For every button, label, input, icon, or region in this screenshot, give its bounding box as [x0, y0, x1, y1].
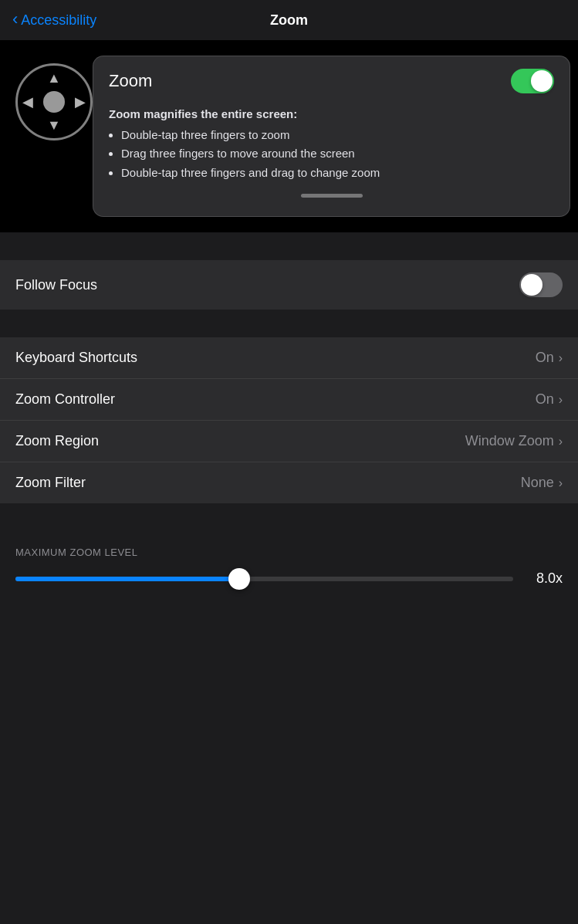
back-label: Accessibility — [21, 12, 96, 29]
keyboard-shortcuts-value: On — [536, 350, 554, 366]
zoom-level-section: MAXIMUM ZOOM LEVEL 8.0x — [0, 531, 578, 602]
zoom-filter-value: None — [521, 475, 554, 491]
zoom-controller-icon: ▲ ▼ ◀ ▶ — [0, 48, 93, 148]
arrow-left-icon: ◀ — [22, 93, 33, 110]
zoom-controller-label: Zoom Controller — [15, 391, 115, 408]
follow-focus-knob — [521, 274, 543, 296]
zoom-filter-label: Zoom Filter — [15, 475, 86, 491]
zoom-description: Zoom magnifies the entire screen: Double… — [109, 106, 554, 181]
zoom-description-intro: Zoom magnifies the entire screen: — [109, 107, 297, 120]
keyboard-shortcuts-row[interactable]: Keyboard Shortcuts On › — [0, 337, 578, 379]
zoom-controller-chevron: › — [559, 393, 563, 407]
section-gap-2 — [0, 310, 578, 337]
zoom-slider-value: 8.0x — [524, 570, 563, 587]
follow-focus-row: Follow Focus — [15, 272, 563, 297]
controller-inner-dot — [43, 91, 65, 113]
handle-bar — [301, 194, 363, 198]
zoom-slider[interactable] — [15, 577, 513, 581]
zoom-region-value-group: Window Zoom › — [465, 433, 563, 449]
follow-focus-label: Follow Focus — [15, 277, 97, 293]
zoom-toggle-row: Zoom — [109, 69, 554, 93]
page-title: Zoom — [270, 12, 308, 29]
zoom-popup-card: Zoom Zoom magnifies the entire screen: D… — [93, 56, 570, 217]
back-chevron-icon: ‹ — [12, 11, 18, 28]
zoom-popup-overlay: ▲ ▼ ◀ ▶ Zoom Zoom magnifies the entire s… — [0, 40, 578, 232]
zoom-region-row[interactable]: Zoom Region Window Zoom › — [0, 421, 578, 462]
zoom-region-label: Zoom Region — [15, 433, 99, 449]
controller-circle: ▲ ▼ ◀ ▶ — [15, 63, 93, 140]
section-gap-1 — [0, 232, 578, 260]
zoom-controller-row[interactable]: Zoom Controller On › — [0, 379, 578, 421]
zoom-label: Zoom — [109, 71, 152, 91]
zoom-region-value: Window Zoom — [465, 433, 554, 449]
zoom-level-label: MAXIMUM ZOOM LEVEL — [15, 547, 563, 558]
follow-focus-section: Follow Focus — [0, 260, 578, 310]
follow-focus-toggle[interactable] — [519, 272, 563, 297]
zoom-slider-thumb[interactable] — [228, 568, 250, 590]
nav-bar: ‹ Accessibility Zoom — [0, 0, 578, 40]
zoom-bullet-3: Double-tap three fingers and drag to cha… — [121, 164, 554, 182]
zoom-bullet-2: Drag three fingers to move around the sc… — [121, 145, 554, 163]
zoom-toggle-knob — [531, 70, 553, 92]
zoom-description-list: Double-tap three fingers to zoom Drag th… — [121, 127, 554, 182]
arrow-down-icon: ▼ — [47, 117, 61, 134]
zoom-controller-value: On — [536, 391, 554, 408]
settings-group: Keyboard Shortcuts On › Zoom Controller … — [0, 337, 578, 503]
arrow-up-icon: ▲ — [47, 70, 61, 86]
arrow-right-icon: ▶ — [75, 93, 86, 110]
popup-handle — [109, 194, 554, 198]
zoom-filter-value-group: None › — [521, 475, 563, 491]
zoom-slider-fill — [15, 577, 239, 581]
zoom-filter-chevron: › — [559, 476, 563, 490]
zoom-slider-row: 8.0x — [15, 570, 563, 602]
keyboard-shortcuts-value-group: On › — [536, 350, 563, 366]
zoom-filter-row[interactable]: Zoom Filter None › — [0, 462, 578, 503]
back-button[interactable]: ‹ Accessibility — [12, 12, 96, 29]
zoom-controller-value-group: On › — [536, 391, 563, 408]
zoom-toggle[interactable] — [511, 69, 554, 93]
keyboard-shortcuts-label: Keyboard Shortcuts — [15, 350, 137, 366]
zoom-region-chevron: › — [559, 435, 563, 448]
keyboard-shortcuts-chevron: › — [559, 351, 563, 365]
section-gap-3 — [0, 503, 578, 531]
zoom-bullet-1: Double-tap three fingers to zoom — [121, 127, 554, 144]
